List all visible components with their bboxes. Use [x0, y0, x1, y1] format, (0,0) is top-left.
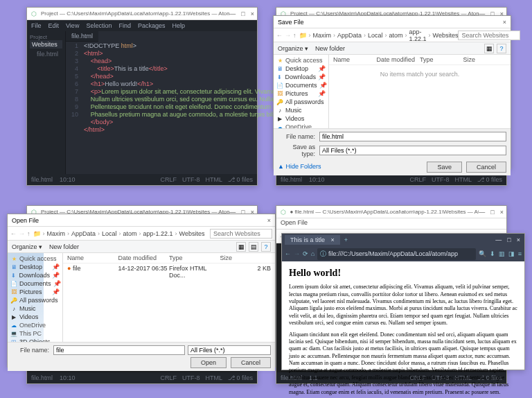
tree-file[interactable]: file.html [30, 50, 62, 58]
tree-folder[interactable]: Websites [30, 40, 62, 49]
url-input[interactable]: ⓘ file:///C:/Users/Maxim/AppData/Local/a… [317, 248, 475, 260]
crumb[interactable]: Maxim [313, 32, 332, 39]
side-3dobjects[interactable]: ◳3D Objects [9, 338, 61, 342]
dialog-titlebar[interactable]: Save File × [274, 16, 511, 28]
titlebar[interactable]: ⬡ Project — C:\Users\Maxim\AppData\Local… [27, 8, 257, 20]
fwd-icon[interactable]: → [294, 250, 300, 257]
crumb[interactable]: app-1.22.1 [143, 230, 173, 237]
home-icon[interactable]: ⌂ [311, 250, 314, 257]
search-icon[interactable]: 🔍 [479, 250, 486, 257]
side-music[interactable]: ♪Music [9, 304, 61, 313]
view-icon[interactable]: ▦ [236, 242, 246, 252]
side-thispc[interactable]: 💻This PC [9, 329, 61, 338]
editor-tab[interactable]: file.html [66, 31, 98, 42]
newfolder-button[interactable]: New folder [315, 45, 345, 52]
side-videos[interactable]: ▶Videos [9, 313, 61, 321]
status-enc[interactable]: UTF-8 [182, 176, 200, 183]
file-list[interactable]: NameDate modifiedTypeSize No items match… [329, 55, 511, 128]
crumb[interactable]: Websites [433, 32, 459, 39]
side-documents[interactable]: 📄Documents📌 [275, 81, 327, 89]
view2-icon[interactable]: ▤ [249, 242, 258, 252]
newfolder-button[interactable]: New folder [49, 243, 79, 250]
back-icon[interactable]: ← [276, 32, 283, 39]
crumb[interactable]: app-1.22.1 [409, 28, 427, 42]
crumb[interactable]: atom [123, 230, 137, 237]
status-lang[interactable]: HTML [454, 176, 472, 183]
up-icon[interactable]: ↑ [27, 230, 30, 237]
status-crlf[interactable]: CRLF [409, 176, 426, 183]
minimize-icon[interactable]: — [229, 10, 236, 17]
minimize-icon[interactable]: — [479, 209, 485, 216]
close-icon[interactable]: × [503, 19, 506, 26]
library-icon[interactable]: ▥ [499, 250, 505, 257]
back-icon[interactable]: ← [285, 250, 291, 257]
col-type[interactable]: Type [169, 254, 220, 261]
minimize-icon[interactable]: — [495, 236, 502, 243]
close-icon[interactable]: × [251, 10, 254, 17]
cancel-button[interactable]: Cancel [231, 357, 271, 368]
organize-button[interactable]: Organize ▾ [12, 243, 42, 250]
col-type[interactable]: Type [420, 56, 463, 63]
organize-button[interactable]: Organize ▾ [278, 45, 308, 52]
maximize-icon[interactable]: □ [507, 236, 511, 243]
side-desktop[interactable]: 🖥Desktop📌 [275, 64, 327, 73]
menu-help[interactable]: Help [172, 22, 185, 29]
newtab-icon[interactable]: + [344, 236, 348, 243]
crumb[interactable]: AppData [71, 230, 96, 237]
status-crlf[interactable]: CRLF [160, 176, 177, 183]
help-icon[interactable]: ? [497, 44, 506, 53]
side-documents[interactable]: 📄Documents📌 [9, 279, 61, 288]
status-enc[interactable]: UTF-8 [432, 176, 450, 183]
hide-folders[interactable]: ▲ Hide Folders [278, 162, 321, 171]
status-git[interactable]: ⎇ 0 files [228, 374, 253, 381]
status-crlf[interactable]: CRLF [160, 374, 177, 381]
col-name[interactable]: Name [67, 254, 118, 261]
status-lang[interactable]: HTML [205, 374, 222, 381]
crumb[interactable]: atom [389, 32, 403, 39]
fwd-icon[interactable]: → [19, 230, 25, 237]
filename-input[interactable] [319, 132, 506, 141]
view-icon[interactable]: ▦ [484, 44, 494, 53]
filename-input[interactable] [53, 345, 185, 355]
col-date[interactable]: Date modified [118, 254, 170, 261]
crumb[interactable]: Local [102, 230, 117, 237]
file-list[interactable]: NameDate modifiedTypeSize ● file 14-12-2… [63, 253, 275, 342]
download-icon[interactable]: ⬇ [490, 250, 495, 257]
tab-close-icon[interactable]: × [331, 236, 335, 243]
save-button[interactable]: Save [427, 162, 462, 173]
status-git[interactable]: ⎇ 0 files [228, 176, 253, 183]
col-size[interactable]: Size [463, 56, 507, 63]
status-lang[interactable]: HTML [205, 176, 222, 183]
maximize-icon[interactable]: □ [241, 10, 245, 17]
side-onedrive[interactable]: ☁OneDrive [275, 123, 327, 128]
up-icon[interactable]: ↑ [293, 32, 296, 39]
menu-edit[interactable]: Edit [48, 22, 60, 29]
col-date[interactable]: Date modified [377, 56, 420, 63]
filter-select[interactable] [188, 345, 271, 355]
search-input[interactable] [210, 229, 272, 239]
crumb[interactable]: Maxim [47, 230, 66, 237]
quick-access[interactable]: ★Quick access [9, 254, 61, 263]
side-passwords[interactable]: 🔑All passwords [9, 296, 61, 304]
browser-tab[interactable]: This is a title × [285, 235, 340, 245]
cancel-button[interactable]: Cancel [466, 162, 506, 173]
col-size[interactable]: Size [220, 254, 272, 261]
crumb[interactable]: AppData [337, 32, 362, 39]
side-pictures[interactable]: 🖼Pictures📌 [275, 89, 327, 98]
close-icon[interactable]: × [500, 209, 504, 216]
back-icon[interactable]: ← [10, 230, 17, 237]
side-onedrive[interactable]: ☁OneDrive [9, 321, 61, 329]
menu-icon[interactable]: ≡ [518, 250, 522, 257]
open-button[interactable]: Open [190, 357, 227, 368]
titlebar[interactable]: ⬡ ● file.html — C:\Users\Maxim\AppData\L… [276, 206, 506, 218]
sidebar-icon[interactable]: ◨ [508, 250, 515, 257]
col-name[interactable]: Name [333, 56, 377, 63]
side-videos[interactable]: ▶Videos [275, 114, 327, 123]
menu-find[interactable]: Find [118, 22, 131, 29]
crumb[interactable]: Websites [179, 230, 205, 237]
code[interactable]: <!DOCTYPE html> <html> <head> <title>Thi… [84, 42, 294, 134]
crumb[interactable]: Local [368, 32, 383, 39]
dialog-titlebar[interactable]: Open File × [8, 214, 275, 227]
side-downloads[interactable]: ⬇Downloads📌 [9, 271, 61, 279]
close-icon[interactable]: × [517, 236, 520, 243]
